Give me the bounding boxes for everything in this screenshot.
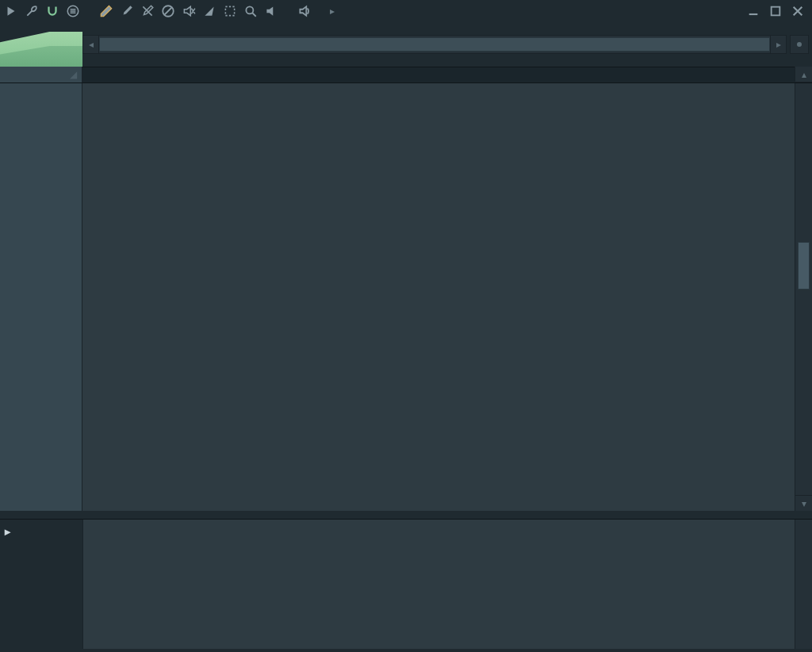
mute-icon[interactable] <box>181 3 197 19</box>
velocity-area[interactable] <box>82 520 795 649</box>
vscroll-down-icon[interactable]: ▾ <box>795 495 812 511</box>
note-grid[interactable] <box>82 83 795 511</box>
control-panel: ▸ <box>0 519 812 649</box>
ruler-corner[interactable]: ◢ <box>0 67 82 82</box>
select-icon[interactable] <box>222 3 238 19</box>
slice-icon[interactable] <box>201 3 217 19</box>
brush-cancel-icon[interactable] <box>140 3 155 19</box>
window-buttons <box>747 5 809 17</box>
hscroll-right-icon[interactable]: ▸ <box>770 36 786 53</box>
minimize-icon[interactable] <box>747 5 760 17</box>
wrench-icon[interactable] <box>24 3 40 19</box>
preview-icon[interactable] <box>297 3 312 19</box>
hscroll-left-icon[interactable]: ◂ <box>83 36 99 53</box>
vscroll-up-slot: ▴ <box>795 67 812 82</box>
horizontal-scroll[interactable]: ◂ ▸ <box>82 35 787 54</box>
time-ruler[interactable] <box>82 67 795 82</box>
hscroll-thumb[interactable] <box>99 37 770 52</box>
vertical-scroll[interactable]: ▾ <box>795 83 812 511</box>
close-icon[interactable] <box>791 5 804 17</box>
piano-keys[interactable] <box>0 83 82 511</box>
control-side-button[interactable] <box>795 520 812 649</box>
toolbar: ▸ <box>0 0 812 22</box>
ruler-row: ◢ ▴ <box>0 67 812 82</box>
zoom-icon[interactable] <box>243 3 259 19</box>
svg-rect-2 <box>225 6 234 15</box>
vscroll-thumb[interactable] <box>798 242 810 290</box>
control-label-col: ▸ <box>0 520 82 649</box>
play-menu-icon[interactable] <box>3 3 19 19</box>
control-arrow-icon[interactable]: ▸ <box>5 525 10 538</box>
zoom-dot[interactable] <box>790 35 809 54</box>
pencil-icon[interactable] <box>98 3 114 19</box>
svg-point-3 <box>246 6 253 13</box>
menu-circle-icon[interactable] <box>65 3 81 19</box>
disable-icon[interactable] <box>160 3 176 19</box>
piano-roll-main: ▾ <box>0 82 812 511</box>
vscroll-up-icon[interactable]: ▴ <box>795 67 812 82</box>
maximize-icon[interactable] <box>769 5 782 17</box>
pattern-tab[interactable] <box>0 22 82 67</box>
volume-icon[interactable] <box>263 3 279 19</box>
tab-row: ◂ ▸ <box>0 22 812 67</box>
svg-rect-4 <box>772 7 780 16</box>
brush-icon[interactable] <box>119 3 135 19</box>
channel-arrow-icon[interactable]: ▸ <box>330 6 335 17</box>
snap-icon[interactable] <box>44 3 60 19</box>
